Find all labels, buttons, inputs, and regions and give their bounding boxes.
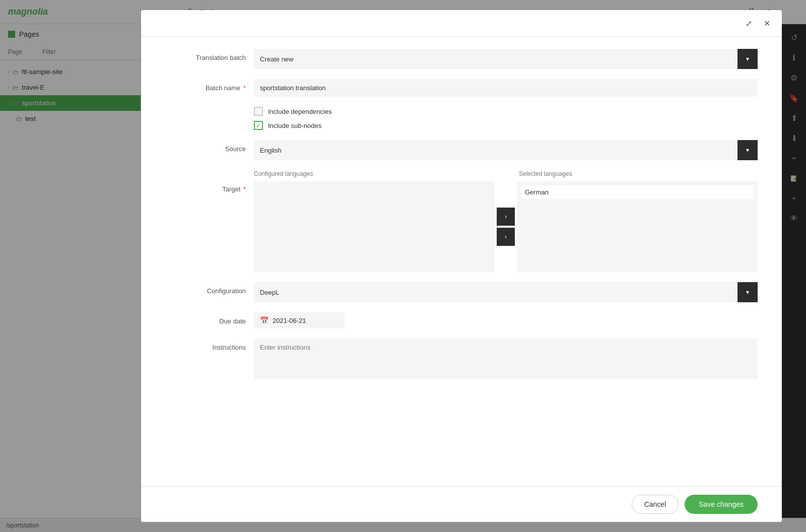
configuration-control: DeepL ▾ (254, 282, 758, 302)
translation-batch-select[interactable]: Create new ▾ (254, 49, 758, 69)
source-select[interactable]: English ▾ (254, 140, 758, 160)
batch-name-label: Batch name * (165, 79, 246, 92)
configured-languages-header: Configured languages (254, 170, 493, 179)
include-sub-nodes-checkbox[interactable]: ✓ (254, 121, 263, 130)
include-dependencies-checkbox[interactable] (254, 107, 263, 116)
arrow-left-icon: ‹ (505, 233, 507, 240)
dual-list-headers: Configured languages Selected languages (254, 170, 758, 179)
dialog-body: Translation batch Create new ▾ Batch nam… (141, 37, 782, 486)
dialog-header: ⤢ ✕ (141, 10, 782, 37)
configuration-value: DeepL (254, 284, 737, 301)
due-date-value: 2021-06-21 (273, 317, 306, 324)
source-arrow[interactable]: ▾ (737, 140, 758, 160)
arrow-right-icon: › (505, 213, 507, 220)
checkmark-icon: ✓ (256, 122, 261, 129)
checkbox-group: Include dependencies ✓ Include sub-nodes (254, 107, 758, 130)
save-changes-button[interactable]: Save changes (685, 495, 758, 514)
calendar-icon: 📅 (260, 316, 268, 324)
expand-icon: ⤢ (746, 19, 752, 28)
dual-list-controls: › ‹ (495, 181, 517, 272)
translation-batch-row: Translation batch Create new ▾ (165, 49, 758, 69)
dialog: ⤢ ✕ Translation batch Create new ▾ Batch… (141, 10, 782, 522)
include-sub-nodes-label: Include sub-nodes (268, 122, 321, 129)
translation-batch-value: Create new (254, 50, 737, 68)
chevron-down-icon: ▾ (746, 289, 749, 296)
chevron-down-icon: ▾ (746, 55, 749, 62)
close-button[interactable]: ✕ (760, 16, 774, 30)
target-control: Configured languages Selected languages … (254, 170, 758, 272)
instructions-textarea[interactable] (254, 339, 758, 379)
target-row: Target * Configured languages Selected l… (165, 170, 758, 272)
configuration-label: Configuration (165, 282, 246, 295)
instructions-control (254, 339, 758, 379)
due-date-input[interactable]: 📅 2021-06-21 (254, 312, 345, 328)
source-value: English (254, 142, 737, 159)
target-label: Target * (165, 170, 246, 193)
configuration-row: Configuration DeepL ▾ (165, 282, 758, 302)
include-dependencies-item[interactable]: Include dependencies (254, 107, 758, 116)
move-right-button[interactable]: › (497, 208, 515, 226)
configuration-arrow[interactable]: ▾ (737, 282, 758, 302)
instructions-row: Instructions (165, 339, 758, 379)
dual-list: Configured languages Selected languages … (254, 170, 758, 272)
cancel-button[interactable]: Cancel (632, 495, 679, 514)
due-date-label: Due date (165, 312, 246, 325)
due-date-row: Due date 📅 2021-06-21 (165, 312, 758, 328)
checkboxes-row: Include dependencies ✓ Include sub-nodes (165, 107, 758, 130)
source-control: English ▾ (254, 140, 758, 160)
instructions-label: Instructions (165, 339, 246, 351)
translation-batch-label: Translation batch (165, 49, 246, 61)
close-icon: ✕ (764, 19, 770, 28)
checkboxes-control: Include dependencies ✓ Include sub-nodes (254, 107, 758, 130)
configuration-select[interactable]: DeepL ▾ (254, 282, 758, 302)
source-row: Source English ▾ (165, 140, 758, 160)
translation-batch-control: Create new ▾ (254, 49, 758, 69)
chevron-down-icon: ▾ (746, 147, 749, 154)
translation-batch-arrow[interactable]: ▾ (737, 49, 758, 69)
due-date-control: 📅 2021-06-21 (254, 312, 758, 328)
dual-list-panels: › ‹ German (254, 181, 758, 272)
selected-language-german[interactable]: German (521, 185, 754, 199)
selected-languages-panel: German (517, 181, 758, 272)
include-sub-nodes-item[interactable]: ✓ Include sub-nodes (254, 121, 758, 130)
required-indicator: * (241, 185, 246, 193)
source-label: Source (165, 140, 246, 153)
include-dependencies-label: Include dependencies (268, 108, 332, 115)
configured-languages-panel (254, 181, 495, 272)
expand-button[interactable]: ⤢ (742, 16, 756, 30)
batch-name-control (254, 79, 758, 97)
dialog-footer: Cancel Save changes (141, 486, 782, 522)
batch-name-input[interactable] (254, 79, 758, 97)
batch-name-row: Batch name * (165, 79, 758, 97)
checkboxes-empty-label (165, 107, 246, 112)
selected-languages-header: Selected languages (515, 170, 758, 179)
move-left-button[interactable]: ‹ (497, 228, 515, 246)
required-indicator: * (241, 84, 246, 92)
